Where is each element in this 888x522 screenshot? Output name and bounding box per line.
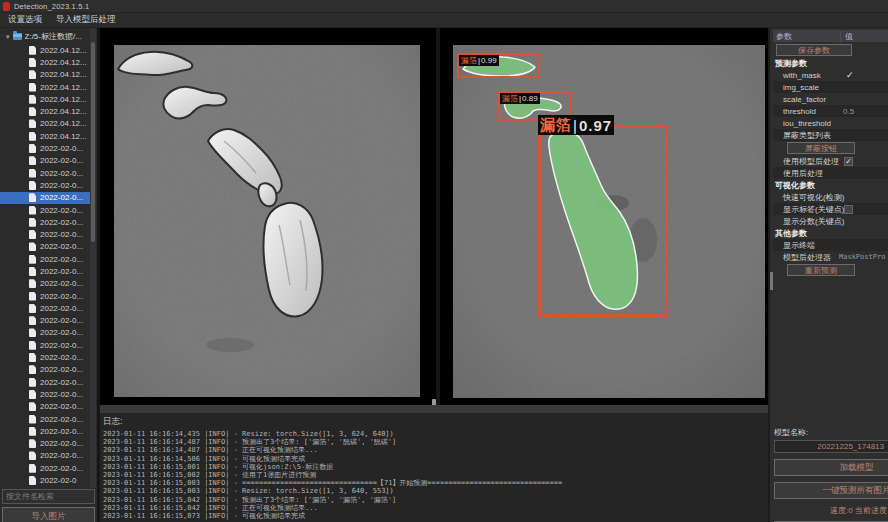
param-button-屏蔽按钮[interactable]: 屏蔽按钮: [787, 142, 855, 154]
param-row[interactable]: 显示分数(关键点): [773, 215, 888, 227]
import-images-button[interactable]: 导入图片: [2, 507, 95, 522]
tree-item[interactable]: 2022-02-0...: [0, 327, 90, 339]
param-row[interactable]: 快速可视化(检测): [773, 191, 888, 203]
tree-item[interactable]: 2022.04.12...: [0, 44, 90, 56]
parameter-table-header: 参数 值: [773, 30, 888, 42]
splitter-bar[interactable]: [100, 405, 768, 413]
load-model-button[interactable]: 加载模型: [774, 459, 888, 476]
file-icon: [29, 390, 36, 399]
tree-item[interactable]: 2022.04.12...: [0, 130, 90, 142]
tree-item[interactable]: 2022-02-0...: [0, 192, 90, 204]
tree-root-folder[interactable]: ▾ Z:/5-标注数据/...: [0, 30, 97, 43]
model-section: 模型名称: 20221225_174813 加载模型 一键预测所有图片 速度:0…: [773, 424, 888, 522]
file-icon: [29, 464, 36, 473]
param-row[interactable]: 屏蔽类型列表: [773, 129, 888, 141]
file-icon: [29, 95, 36, 104]
tree-item[interactable]: 2022.04.12...: [0, 81, 90, 93]
tree-item[interactable]: 2022.04.12...: [0, 93, 90, 105]
param-row[interactable]: 显示标签(关键点): [773, 203, 888, 215]
param-label: scale_factor: [773, 95, 826, 104]
tree-item-label: 2022.04.12...: [40, 95, 87, 104]
tree-item[interactable]: 2022-02-0...: [0, 142, 90, 154]
param-label: 可视化参数: [773, 180, 815, 191]
tree-item[interactable]: 2022.04.12...: [0, 69, 90, 81]
tree-item[interactable]: 2022.04.12...: [0, 105, 90, 117]
log-line: 2023-01-11 16:16:14,506 |INFO| - 可视化预测结果…: [103, 455, 768, 463]
tree-item[interactable]: 2022-02-0...: [0, 413, 90, 425]
menu-import-postprocess[interactable]: 导入模型后处理: [56, 14, 116, 26]
original-image-panel: [100, 28, 436, 405]
tree-item[interactable]: 2022-02-0...: [0, 253, 90, 265]
file-icon: [29, 83, 36, 92]
tree-item[interactable]: 2022-02-0...: [0, 290, 90, 302]
tree-item[interactable]: 2022-02-0: [0, 474, 90, 486]
tree-item[interactable]: 2022-02-0...: [0, 228, 90, 240]
tree-item[interactable]: 2022-02-0...: [0, 438, 90, 450]
file-list: 2022.04.12...2022.04.12...2022.04.12...2…: [0, 44, 90, 488]
file-icon: [29, 181, 36, 190]
param-row[interactable]: iou_threshold: [773, 117, 888, 129]
filename-search-input[interactable]: [2, 489, 95, 504]
sidebar-scrollbar[interactable]: [90, 28, 96, 488]
app-logo-icon: [3, 2, 10, 11]
tree-item[interactable]: 2022-02-0...: [0, 204, 90, 216]
tree-item[interactable]: 2022-02-0...: [0, 179, 90, 191]
param-button-保存参数[interactable]: 保存参数: [776, 44, 852, 56]
param-row[interactable]: scale_factor: [773, 93, 888, 105]
file-icon: [29, 402, 36, 411]
tree-item[interactable]: 2022.04.12...: [0, 56, 90, 68]
tree-item-label: 2022-02-0...: [40, 230, 83, 239]
param-row[interactable]: 模型后处理器MaskPostPro: [773, 251, 888, 263]
file-icon: [29, 341, 36, 350]
checkbox[interactable]: [844, 205, 853, 214]
tree-item-label: 2022-02-0...: [40, 378, 83, 387]
tree-item[interactable]: 2022-02-0...: [0, 339, 90, 351]
param-label: 快速可视化(检测): [773, 192, 844, 203]
chevron-down-icon[interactable]: ▾: [6, 33, 10, 41]
tree-item[interactable]: 2022-02-0...: [0, 351, 90, 363]
param-row[interactable]: img_scale: [773, 81, 888, 93]
tree-item[interactable]: 2022-02-0...: [0, 278, 90, 290]
param-label: threshold: [773, 107, 816, 116]
app-window: Detection_2023.1.5.1 设置选项 导入模型后处理 ▾ Z:/5…: [0, 0, 888, 522]
tree-item[interactable]: 2022-02-0...: [0, 241, 90, 253]
tree-item[interactable]: 2022-02-0...: [0, 315, 90, 327]
param-row[interactable]: with_mask✓: [773, 69, 888, 81]
tree-item[interactable]: 2022-02-0...: [0, 265, 90, 277]
param-row[interactable]: 使用模型后处理✓: [773, 155, 888, 167]
sidebar-scrollbar-thumb[interactable]: [91, 42, 95, 242]
tree-item[interactable]: 2022-02-0...: [0, 364, 90, 376]
tree-item-label: 2022-02-0: [40, 476, 76, 485]
tree-item[interactable]: 2022-02-0...: [0, 388, 90, 400]
tree-item[interactable]: 2022-02-0...: [0, 167, 90, 179]
tree-item[interactable]: 2022-02-0...: [0, 462, 90, 474]
param-row[interactable]: threshold0.5: [773, 105, 888, 117]
param-label: 显示终端: [773, 240, 815, 251]
param-button-row: 保存参数: [773, 43, 888, 57]
tree-item-label: 2022-02-0...: [40, 206, 83, 215]
model-name-field[interactable]: 20221225_174813: [774, 440, 888, 453]
tree-item[interactable]: 2022-02-0...: [0, 155, 90, 167]
log-line: 2023-01-11 16:16:15,002 |INFO| - 使用了1张图片…: [103, 471, 768, 479]
param-button-重新预测[interactable]: 重新预测: [787, 264, 855, 276]
tree-item[interactable]: 2022-02-0...: [0, 450, 90, 462]
param-row[interactable]: 显示终端: [773, 239, 888, 251]
tree-item-label: 2022-02-0...: [40, 451, 83, 460]
menu-settings[interactable]: 设置选项: [8, 14, 42, 26]
tree-item[interactable]: 2022-02-0...: [0, 376, 90, 388]
tree-item[interactable]: 2022-02-0...: [0, 302, 90, 314]
tree-item[interactable]: 2022-02-0...: [0, 401, 90, 413]
menu-bar: 设置选项 导入模型后处理: [0, 13, 888, 28]
tree-item[interactable]: 2022-02-0...: [0, 425, 90, 437]
param-row[interactable]: 使用后处理: [773, 167, 888, 179]
tree-item-label: 2022-02-0...: [40, 316, 83, 325]
file-icon: [29, 46, 36, 55]
checkbox[interactable]: ✓: [844, 157, 853, 166]
tree-item[interactable]: 2022.04.12...: [0, 118, 90, 130]
tree-item[interactable]: 2022-02-0...: [0, 216, 90, 228]
tree-item-label: 2022.04.12...: [40, 46, 87, 55]
tree-item-label: 2022-02-0...: [40, 341, 83, 350]
checkmark-icon[interactable]: ✓: [846, 70, 854, 80]
log-line: 2023-01-11 16:16:14,487 |INFO| - 正在可视化预测…: [103, 446, 768, 454]
predict-all-button[interactable]: 一键预测所有图片: [774, 482, 888, 499]
